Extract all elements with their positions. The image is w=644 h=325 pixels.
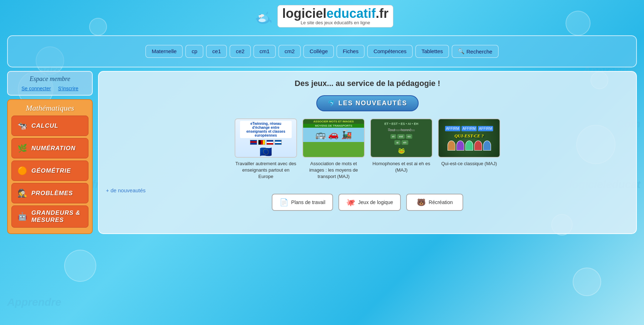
calcul-label: CALCUL	[31, 122, 58, 130]
recreation-button[interactable]: 🐻 Récréation	[406, 194, 463, 211]
espace-membre-title: Espace membre	[13, 75, 87, 83]
geometrie-icon: 🟠	[16, 164, 29, 177]
nav-tab-cm2[interactable]: cm2	[278, 45, 301, 58]
game-etwinning[interactable]: eTwinning, réseau d'échange entre enseig…	[235, 118, 297, 180]
logo-text: logicieleducatif.fr Le site des jeux édu…	[277, 5, 393, 27]
game-etwinning-thumbnail: eTwinning, réseau d'échange entre enseig…	[235, 118, 297, 158]
recreation-icon: 🐻	[417, 198, 426, 207]
grandeurs-label: GRANDEURS & MESURES	[31, 209, 84, 224]
math-grandeurs[interactable]: 🤖 GRANDEURS & MESURES	[11, 205, 88, 228]
espace-membre-links: Se connecter S'inscrire	[13, 86, 87, 91]
nav-tab-cm1[interactable]: cm1	[254, 45, 276, 58]
math-calcul[interactable]: 🐄 CALCUL	[11, 116, 88, 136]
game-homophones-thumbnail: ET • EST • ES • AI • EH Tout ... honnê..…	[370, 118, 433, 158]
game-transport-thumbnail: ASSOCIER MOTS ET IMAGES MOYENS DE TRANSP…	[302, 118, 365, 158]
nouveautes-label: LES NOUVEAUTÉS	[338, 100, 407, 107]
recreation-label: Récréation	[429, 199, 453, 205]
logique-icon: 🐙	[346, 198, 355, 207]
game-etwinning-desc: Travailler autrement avec des enseignant…	[235, 161, 297, 180]
left-sidebar: Espace membre Se connecter S'inscrire Ma…	[7, 71, 93, 234]
geometrie-label: GÉOMÉTRIE	[31, 167, 71, 174]
right-content: Des jeux... au service de la pédagogie !…	[98, 71, 637, 234]
plans-travail-button[interactable]: 📄 Plans de travail	[272, 194, 333, 211]
nav-tab-fiches[interactable]: Fiches	[337, 45, 364, 58]
main-title: Des jeux... au service de la pédagogie !	[106, 79, 629, 88]
login-link[interactable]: Se connecter	[21, 86, 51, 91]
nav-tab-search[interactable]: 🔍 Recherche	[452, 45, 499, 58]
game-quiestce[interactable]: AFFIRM AFFIRM AFFIRM QUI-EST-CE ?	[438, 118, 500, 180]
dolphin-icon	[251, 4, 276, 29]
calcul-icon: 🐄	[16, 120, 29, 132]
game-homophones-desc: Homophones et est ai eh es (MAJ)	[370, 161, 433, 173]
nav-tab-maternelle[interactable]: Maternelle	[145, 45, 183, 58]
numeration-label: NUMÉRATION	[31, 145, 76, 152]
jeux-logique-button[interactable]: 🐙 Jeux de logique	[338, 194, 401, 211]
game-transport-desc: Association de mots et images : les moye…	[302, 161, 365, 180]
game-transport[interactable]: ASSOCIER MOTS ET IMAGES MOYENS DE TRANSP…	[302, 118, 365, 180]
svg-point-5	[259, 19, 266, 22]
plus-nouveautes-link[interactable]: + de nouveautés	[106, 187, 145, 193]
logo-title-blue: educatif	[327, 6, 376, 21]
nav-tabs: Maternelle cp ce1 ce2 cm1 cm2 Collège Fi…	[145, 45, 498, 58]
espace-membre: Espace membre Se connecter S'inscrire	[7, 71, 93, 96]
math-geometrie[interactable]: 🟠 GÉOMÉTRIE	[11, 161, 88, 181]
math-menu: Mathématiques 🐄 CALCUL 🌿 NUMÉRATION 🟠 GÉ…	[7, 99, 93, 234]
nouveautes-button[interactable]: 🐬 LES NOUVEAUTÉS	[316, 95, 419, 111]
watermark-apprendre-bottom: Apprendre	[7, 296, 61, 308]
problemes-label: PROBLÈMES	[31, 190, 73, 197]
nav-tab-tablettes[interactable]: Tablettes	[415, 45, 449, 58]
nav-tab-ce2[interactable]: ce2	[230, 45, 250, 58]
grandeurs-icon: 🤖	[16, 210, 29, 223]
register-link[interactable]: S'inscrire	[58, 86, 78, 91]
nav-tab-ce1[interactable]: ce1	[206, 45, 227, 58]
search-icon: 🔍	[458, 48, 465, 55]
bottom-buttons: 📄 Plans de travail 🐙 Jeux de logique 🐻 R…	[106, 194, 629, 211]
plans-icon: 📄	[280, 198, 288, 207]
problemes-icon: 🕵️	[16, 187, 29, 199]
logo-title-end: .fr	[376, 6, 389, 21]
game-quiestce-thumbnail: AFFIRM AFFIRM AFFIRM QUI-EST-CE ?	[438, 118, 500, 158]
logo-title-black: logiciel	[282, 6, 326, 21]
math-menu-title: Mathématiques	[11, 103, 88, 113]
nav-tab-college[interactable]: Collège	[303, 45, 334, 58]
main-content: Espace membre Se connecter S'inscrire Ma…	[7, 71, 637, 234]
nav-tab-competences[interactable]: Compétences	[367, 45, 413, 58]
numeration-icon: 🌿	[16, 142, 29, 154]
logo[interactable]: logicieleducatif.fr Le site des jeux édu…	[251, 4, 393, 29]
search-label: Recherche	[466, 49, 492, 55]
game-quiestce-desc: Qui-est-ce classique (MAJ)	[438, 161, 500, 167]
nav-bar: Maternelle cp ce1 ce2 cm1 cm2 Collège Fi…	[7, 35, 637, 67]
nav-tab-cp[interactable]: cp	[185, 45, 203, 58]
plans-label: Plans de travail	[291, 199, 326, 205]
games-grid: eTwinning, réseau d'échange entre enseig…	[106, 118, 629, 180]
logo-subtitle: Le site des jeux éducatifs en ligne	[282, 20, 388, 25]
math-numeration[interactable]: 🌿 NUMÉRATION	[11, 138, 88, 158]
nouveautes-dolphin-icon: 🐬	[328, 100, 335, 107]
header: logicieleducatif.fr Le site des jeux édu…	[0, 0, 644, 32]
logique-label: Jeux de logique	[358, 199, 393, 205]
math-problemes[interactable]: 🕵️ PROBLÈMES	[11, 183, 88, 203]
game-homophones[interactable]: ET • EST • ES • AI • EH Tout ... honnê..…	[370, 118, 433, 180]
